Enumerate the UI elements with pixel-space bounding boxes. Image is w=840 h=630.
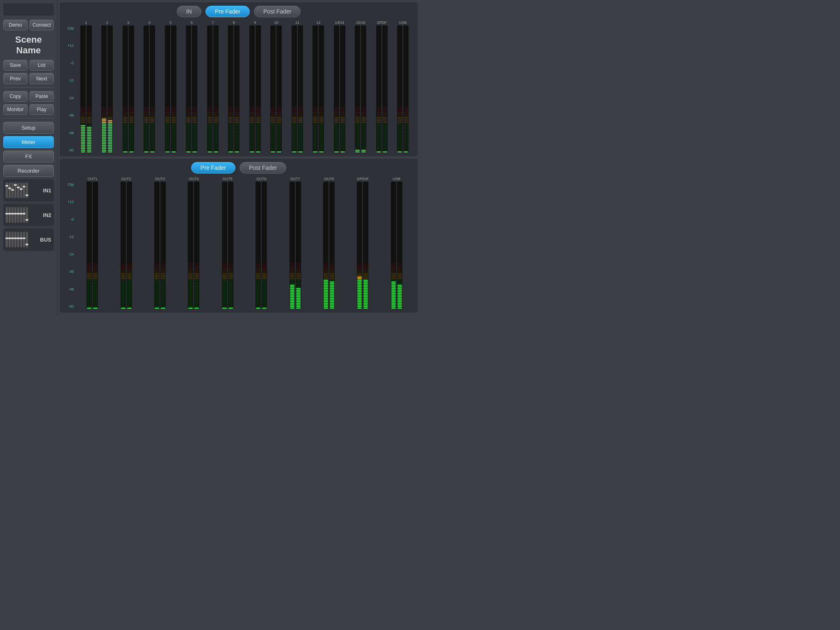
- meter-bar: [262, 182, 267, 309]
- save-button[interactable]: Save: [3, 60, 27, 71]
- meter-bar: [192, 25, 197, 153]
- db-label: -60: [64, 148, 74, 152]
- db-label: -60: [64, 304, 74, 308]
- meter-channel-label: OUT3: [155, 177, 165, 181]
- bus-fader-6: [20, 232, 22, 247]
- divider-2: [3, 118, 54, 119]
- in1-strip[interactable]: IN1: [3, 179, 54, 201]
- db-label: -36: [64, 113, 74, 117]
- meter-col: OUT3: [143, 177, 177, 309]
- bus-strip[interactable]: BUS: [3, 228, 54, 251]
- fader-2: [9, 183, 11, 198]
- divider-1: [3, 87, 54, 88]
- meter-bar: [93, 182, 98, 309]
- meter-bar: [121, 182, 126, 309]
- meter-channel-label: S/PDIF: [357, 177, 369, 181]
- db-label: -0: [64, 217, 74, 221]
- meter-bar: [222, 182, 227, 309]
- meter-bar: [194, 182, 199, 309]
- meter-channel-label: 6: [191, 21, 193, 25]
- in2-fader-4: [14, 207, 16, 223]
- db-label: -12: [64, 235, 74, 239]
- meter-bar: [276, 25, 282, 153]
- meter-channel-label: 1: [85, 21, 87, 25]
- output-post-fader-button[interactable]: Post Fader: [240, 162, 286, 173]
- in2-fader-7: [23, 207, 25, 223]
- input-post-fader-button[interactable]: Post Fader: [254, 6, 301, 17]
- fx-button[interactable]: FX: [3, 151, 54, 162]
- meter-col: 4: [139, 21, 160, 153]
- meter-bar: [256, 182, 261, 309]
- meter-bar: [160, 182, 166, 309]
- demo-button[interactable]: Demo: [3, 20, 27, 30]
- meter-bar: [213, 25, 219, 153]
- meter-bar: [234, 25, 240, 153]
- meter-col: 9: [244, 21, 266, 153]
- meter-channel-label: 3: [127, 21, 129, 25]
- left-panel: Demo Connect Scene Name Save List Prev N…: [0, 0, 57, 315]
- meter-channel-label: OUT4: [189, 177, 199, 181]
- output-pre-fader-button[interactable]: Pre Fader: [191, 162, 235, 173]
- prev-next-row: Prev Next: [3, 73, 54, 84]
- list-button[interactable]: List: [30, 60, 54, 71]
- meter-channel-label: OUT1: [87, 177, 97, 181]
- paste-button[interactable]: Paste: [30, 91, 54, 102]
- meter-channel-label: USB: [393, 177, 401, 181]
- input-pre-fader-button[interactable]: Pre Fader: [205, 6, 250, 17]
- bus-fader-8: [26, 232, 28, 247]
- bus-fader-1: [6, 232, 8, 247]
- logo-area: [3, 3, 54, 16]
- bus-faders: [6, 232, 38, 247]
- db-label: Clip: [64, 183, 74, 187]
- meter-col: OUT7: [278, 177, 312, 309]
- meter-bar: [397, 25, 402, 153]
- db-label: +12: [64, 200, 74, 204]
- db-label: -24: [64, 96, 74, 100]
- meter-bar: [80, 25, 86, 153]
- meter-button[interactable]: Meter: [3, 136, 54, 148]
- meter-bar: [382, 25, 388, 153]
- meter-bar: [87, 182, 92, 309]
- prev-button[interactable]: Prev: [3, 73, 27, 84]
- meter-channel-label: OUT5: [223, 177, 233, 181]
- bus-fader-7: [23, 232, 25, 247]
- copy-button[interactable]: Copy: [3, 91, 27, 102]
- setup-button[interactable]: Setup: [3, 122, 54, 134]
- db-label: -24: [64, 252, 74, 256]
- meter-bar: [334, 25, 339, 153]
- meter-bar: [127, 182, 132, 309]
- meter-bar: [361, 25, 366, 153]
- main-area: IN Pre Fader Post Fader Clip+12-0-12-24-…: [57, 0, 420, 315]
- meter-bar: [363, 182, 368, 309]
- output-meter-section: Pre Fader Post Fader Clip+12-0-12-24-36-…: [60, 159, 418, 313]
- meter-col: 15/16: [350, 21, 372, 153]
- meter-bar: [87, 25, 92, 153]
- meter-bar: [249, 25, 255, 153]
- meter-channel-label: OUT2: [121, 177, 131, 181]
- scene-name: Scene Name: [3, 33, 54, 57]
- meter-bar: [123, 25, 128, 153]
- play-button[interactable]: Play: [30, 104, 54, 115]
- meter-bar: [144, 25, 149, 153]
- meter-bar: [129, 25, 134, 153]
- in-button[interactable]: IN: [177, 6, 201, 17]
- in2-fader-1: [6, 207, 8, 223]
- meter-col: 8: [224, 21, 245, 153]
- fader-6: [20, 183, 22, 198]
- meter-channel-label: 10: [274, 21, 278, 25]
- meter-col: 11: [287, 21, 308, 153]
- next-button[interactable]: Next: [30, 73, 54, 84]
- bus-fader-3: [11, 232, 14, 247]
- in2-fader-6: [20, 207, 22, 223]
- meter-bar: [290, 182, 295, 309]
- meter-channel-label: OUT8: [324, 177, 334, 181]
- meter-bar: [319, 25, 324, 153]
- recorder-button[interactable]: Recorder: [3, 165, 54, 177]
- monitor-play-row: Monitor Play: [3, 104, 54, 115]
- demo-connect-row: Demo Connect: [3, 20, 54, 30]
- meter-col: 7: [202, 21, 224, 153]
- in2-strip[interactable]: IN2: [3, 204, 54, 226]
- monitor-button[interactable]: Monitor: [3, 104, 27, 115]
- connect-button[interactable]: Connect: [30, 20, 54, 30]
- meter-col: 1: [75, 21, 97, 153]
